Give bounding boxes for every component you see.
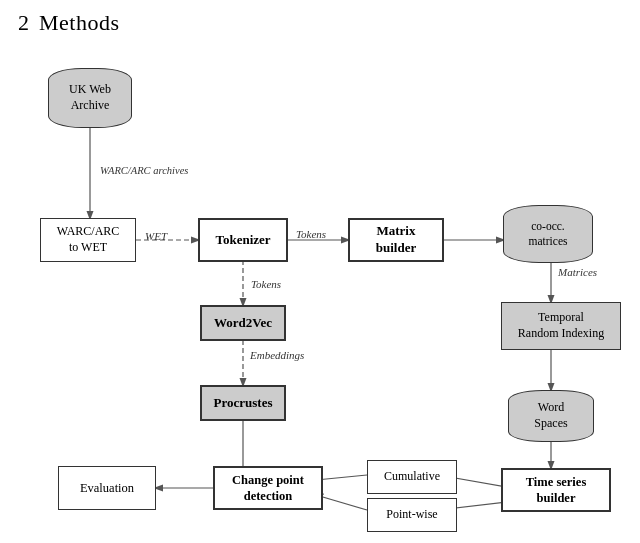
word2vec-node: Word2Vec <box>200 305 286 341</box>
word-spaces-node: Word Spaces <box>508 390 594 442</box>
word-spaces-label: Word Spaces <box>534 400 567 431</box>
matrix-builder-label: Matrix builder <box>376 223 416 257</box>
svg-line-12 <box>316 495 367 510</box>
cumulative-label: Cumulative <box>384 469 440 485</box>
wet-label: WET <box>145 230 167 242</box>
evaluation-node: Evaluation <box>58 466 156 510</box>
pointwise-node: Point-wise <box>367 498 457 532</box>
uk-web-archive-node: UK Web Archive <box>48 68 132 128</box>
matrices-label: Matrices <box>558 266 597 278</box>
procrustes-label: Procrustes <box>214 395 273 412</box>
methods-diagram: UK Web Archive WARC/ARC archives WARC/AR… <box>18 50 628 540</box>
section-number: 2 <box>18 10 29 36</box>
temporal-ri-label: Temporal Random Indexing <box>518 310 604 341</box>
tokens1-label: Tokens <box>296 228 326 240</box>
evaluation-label: Evaluation <box>80 480 134 496</box>
tokenizer-node: Tokenizer <box>198 218 288 262</box>
warc-to-wet-node: WARC/ARC to WET <box>40 218 136 262</box>
word2vec-label: Word2Vec <box>214 315 272 332</box>
warc-to-wet-label: WARC/ARC to WET <box>57 224 120 255</box>
pointwise-label: Point-wise <box>386 507 437 523</box>
section-title: Methods <box>39 10 120 36</box>
page: 2 Methods <box>0 0 640 543</box>
coocc-matrices-node: co-occ. matrices <box>503 205 593 263</box>
procrustes-node: Procrustes <box>200 385 286 421</box>
change-point-detection-node: Change point detection <box>213 466 323 510</box>
matrix-builder-node: Matrix builder <box>348 218 444 262</box>
time-series-builder-label: Time series builder <box>526 474 587 507</box>
tokens2-label: Tokens <box>251 278 281 290</box>
tokenizer-label: Tokenizer <box>215 232 270 249</box>
embeddings-label: Embeddings <box>250 349 304 361</box>
warc-arc-label: WARC/ARC archives <box>100 165 188 176</box>
svg-line-11 <box>316 475 367 480</box>
change-point-detection-label: Change point detection <box>232 472 304 505</box>
uk-web-archive-label: UK Web Archive <box>69 82 111 113</box>
coocc-matrices-label: co-occ. matrices <box>529 219 568 249</box>
time-series-builder-node: Time series builder <box>501 468 611 512</box>
cumulative-node: Cumulative <box>367 460 457 494</box>
temporal-ri-node: Temporal Random Indexing <box>501 302 621 350</box>
